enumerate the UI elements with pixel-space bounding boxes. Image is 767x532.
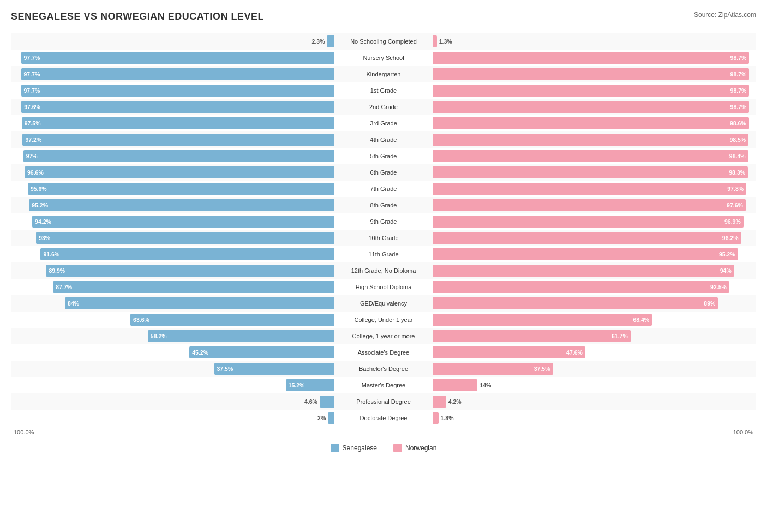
- right-bar-section: 98.4%: [433, 150, 753, 162]
- table-row: 89.9%12th Grade, No Diploma94%: [11, 262, 756, 279]
- left-bar-value: 95.2%: [32, 202, 48, 208]
- right-bar-value: 89%: [704, 300, 715, 307]
- right-bar: 98.4%: [433, 150, 748, 162]
- left-bar-wrapper: 15.2%: [14, 379, 334, 391]
- table-row: 45.2%Associate's Degree47.6%: [11, 344, 756, 361]
- right-bar-value: 98.6%: [730, 120, 746, 127]
- left-bar-value: 45.2%: [192, 349, 208, 356]
- right-bar-wrapper: 98.3%: [433, 166, 753, 178]
- right-bar-section: 97.6%: [433, 199, 753, 211]
- right-bar: 94%: [433, 265, 734, 277]
- right-bar-wrapper: 89%: [433, 297, 753, 309]
- right-bar-section: 37.5%: [433, 363, 753, 375]
- left-bar-value: 58.2%: [151, 333, 167, 339]
- right-bar-section: 98.5%: [433, 134, 753, 146]
- right-bar-value: 98.7%: [730, 87, 747, 94]
- left-bar-value: 37.5%: [217, 366, 233, 372]
- left-bar: 96.6%: [25, 166, 334, 178]
- left-bar-section: 84%: [14, 297, 334, 309]
- right-bar-section: 96.2%: [433, 232, 753, 244]
- left-bar: 58.2%: [148, 330, 334, 342]
- left-bar-value: 97%: [26, 153, 38, 159]
- left-bar-value: 96.6%: [27, 169, 44, 176]
- chart-body: 2.3%No Schooling Completed1.3%97.7%Nurse…: [11, 33, 756, 426]
- left-bar-section: 2.3%: [14, 35, 334, 47]
- left-bar-section: 89.9%: [14, 265, 334, 277]
- left-bar-value: 2%: [317, 415, 326, 421]
- right-bar: 61.7%: [433, 330, 631, 342]
- table-row: 91.6%11th Grade95.2%: [11, 246, 756, 262]
- left-bar-section: 58.2%: [14, 330, 334, 342]
- left-bar-section: 91.6%: [14, 248, 334, 260]
- table-row: 93%10th Grade96.2%: [11, 230, 756, 246]
- left-bar-wrapper: 96.6%: [14, 166, 334, 178]
- footer-labels: 100.0% 100.0%: [11, 429, 756, 435]
- footer-right: 100.0%: [733, 429, 753, 435]
- legend-norwegian: Norwegian: [393, 444, 436, 452]
- right-bar: 98.7%: [433, 68, 749, 80]
- right-bar-section: 97.8%: [433, 183, 753, 195]
- right-bar-section: 98.7%: [433, 101, 753, 113]
- table-row: 2%Doctorate Degree1.8%: [11, 410, 756, 426]
- right-bar-value: 98.7%: [730, 71, 747, 77]
- left-bar-wrapper: 84%: [14, 297, 334, 309]
- right-bar-value: 98.4%: [729, 153, 746, 159]
- left-bar-wrapper: 95.2%: [14, 199, 334, 211]
- row-label: Professional Degree: [334, 398, 433, 405]
- left-bar-wrapper: 97.6%: [14, 101, 334, 113]
- right-bar-wrapper: 98.7%: [433, 101, 753, 113]
- right-bar-section: 61.7%: [433, 330, 753, 342]
- left-bar-section: 94.2%: [14, 216, 334, 228]
- table-row: 95.2%8th Grade97.6%: [11, 197, 756, 213]
- right-bar-section: 92.5%: [433, 281, 753, 293]
- chart-container: SENEGALESE VS NORWEGIAN EDUCATION LEVEL …: [11, 11, 756, 452]
- right-bar-value: 98.5%: [729, 136, 746, 143]
- chart-legend: Senegalese Norwegian: [11, 444, 756, 452]
- right-bar-value: 92.5%: [710, 284, 727, 290]
- left-bar-wrapper: 97.5%: [14, 117, 334, 129]
- table-row: 97.5%3rd Grade98.6%: [11, 115, 756, 131]
- right-bar-value: 95.2%: [719, 251, 735, 258]
- left-bar-section: 95.2%: [14, 199, 334, 211]
- right-bar-wrapper: 14%: [433, 379, 753, 391]
- row-label: 7th Grade: [334, 186, 433, 192]
- row-label: 6th Grade: [334, 169, 433, 176]
- table-row: 97.7%Nursery School98.7%: [11, 50, 756, 66]
- left-bar: 84%: [65, 297, 334, 309]
- left-bar-value: 15.2%: [289, 382, 305, 388]
- left-bar-section: 87.7%: [14, 281, 334, 293]
- left-bar: 37.5%: [214, 363, 335, 375]
- right-bar-value: 68.4%: [633, 316, 649, 323]
- right-bar-value: 97.6%: [727, 202, 743, 208]
- row-label: 4th Grade: [334, 136, 433, 143]
- legend-senegalese: Senegalese: [331, 444, 377, 452]
- left-bar-value: 97.7%: [24, 87, 40, 94]
- footer-left: 100.0%: [14, 429, 34, 435]
- right-bar-wrapper: 95.2%: [433, 248, 753, 260]
- right-bar-wrapper: 96.9%: [433, 216, 753, 228]
- left-bar-value: 2.3%: [312, 38, 325, 45]
- left-bar-wrapper: 87.7%: [14, 281, 334, 293]
- left-bar-value: 4.6%: [304, 398, 317, 405]
- left-bar-section: 2%: [14, 412, 334, 424]
- left-bar-value: 97.5%: [25, 120, 41, 127]
- table-row: 87.7%High School Diploma92.5%: [11, 279, 756, 295]
- right-bar-value: 98.7%: [730, 55, 747, 61]
- left-bar-section: 97.7%: [14, 85, 334, 97]
- left-bar-value: 97.7%: [24, 71, 40, 77]
- left-bar: 97.2%: [22, 134, 334, 146]
- left-bar-wrapper: 97%: [14, 150, 334, 162]
- right-bar: 98.7%: [433, 101, 749, 113]
- left-bar-wrapper: 45.2%: [14, 346, 334, 358]
- right-bar-value: 4.2%: [448, 398, 462, 405]
- right-bar-value: 97.8%: [727, 186, 744, 192]
- left-bar-wrapper: 93%: [14, 232, 334, 244]
- left-bar-section: 97.6%: [14, 101, 334, 113]
- right-bar-value: 98.3%: [729, 169, 745, 176]
- right-bar-section: 98.3%: [433, 166, 753, 178]
- left-bar-wrapper: 91.6%: [14, 248, 334, 260]
- left-bar-section: 97.7%: [14, 68, 334, 80]
- left-bar-wrapper: 89.9%: [14, 265, 334, 277]
- legend-norwegian-box: [393, 444, 402, 452]
- right-bar-section: 47.6%: [433, 346, 753, 358]
